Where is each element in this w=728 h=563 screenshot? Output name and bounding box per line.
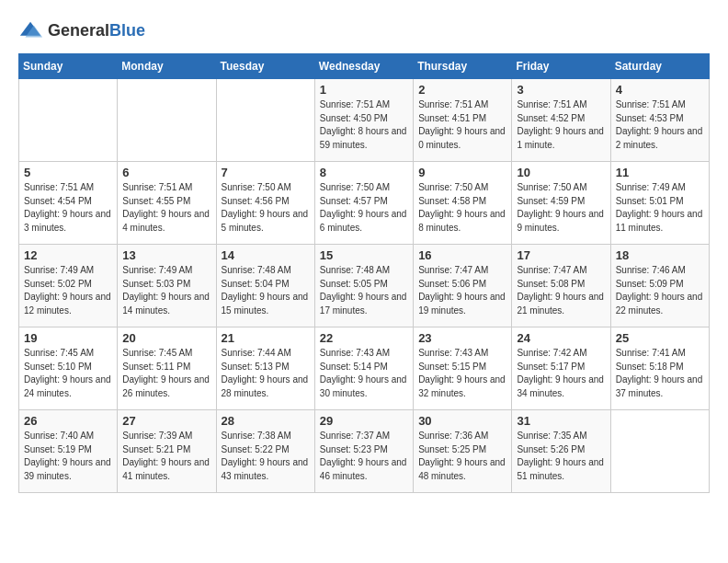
day-number: 29 [320,414,408,428]
calendar-cell [118,79,216,162]
calendar-cell: 10Sunrise: 7:50 AM Sunset: 4:59 PM Dayli… [512,162,610,245]
calendar-week-row: 1Sunrise: 7:51 AM Sunset: 4:50 PM Daylig… [19,79,710,162]
calendar-cell: 24Sunrise: 7:42 AM Sunset: 5:17 PM Dayli… [512,327,610,410]
day-info: Sunrise: 7:51 AM Sunset: 4:54 PM Dayligh… [24,181,112,235]
calendar-cell: 17Sunrise: 7:47 AM Sunset: 5:08 PM Dayli… [512,245,610,327]
day-info: Sunrise: 7:48 AM Sunset: 5:05 PM Dayligh… [320,264,408,317]
day-info: Sunrise: 7:49 AM Sunset: 5:03 PM Dayligh… [122,264,210,317]
day-number: 15 [320,248,408,262]
calendar-cell: 16Sunrise: 7:47 AM Sunset: 5:06 PM Dayli… [414,245,512,327]
calendar-cell: 12Sunrise: 7:49 AM Sunset: 5:02 PM Dayli… [19,245,118,327]
day-info: Sunrise: 7:36 AM Sunset: 5:25 PM Dayligh… [418,430,506,483]
day-info: Sunrise: 7:51 AM Sunset: 4:53 PM Dayligh… [616,98,704,152]
calendar-cell: 4Sunrise: 7:51 AM Sunset: 4:53 PM Daylig… [610,79,709,162]
day-number: 24 [517,331,605,345]
day-info: Sunrise: 7:41 AM Sunset: 5:18 PM Dayligh… [616,347,704,400]
calendar-cell: 14Sunrise: 7:48 AM Sunset: 5:04 PM Dayli… [216,245,314,327]
calendar-cell: 19Sunrise: 7:45 AM Sunset: 5:10 PM Dayli… [19,327,118,410]
day-number: 9 [418,166,506,179]
calendar-cell: 6Sunrise: 7:51 AM Sunset: 4:55 PM Daylig… [118,162,216,245]
calendar-cell [19,79,118,162]
calendar-week-row: 5Sunrise: 7:51 AM Sunset: 4:54 PM Daylig… [19,162,710,245]
calendar-cell: 21Sunrise: 7:44 AM Sunset: 5:13 PM Dayli… [216,327,314,410]
day-number: 1 [320,83,408,97]
day-info: Sunrise: 7:43 AM Sunset: 5:14 PM Dayligh… [320,347,408,400]
day-info: Sunrise: 7:49 AM Sunset: 5:01 PM Dayligh… [616,181,704,235]
day-number: 13 [122,248,210,262]
day-number: 3 [517,83,605,97]
calendar-cell: 5Sunrise: 7:51 AM Sunset: 4:54 PM Daylig… [19,162,118,245]
day-number: 28 [222,414,310,428]
day-number: 30 [418,414,506,428]
day-number: 20 [122,331,210,345]
weekday-header: Monday [118,54,216,79]
day-number: 16 [418,248,506,262]
day-number: 5 [24,166,112,179]
day-number: 2 [418,83,506,97]
day-number: 7 [222,166,310,179]
calendar-cell: 27Sunrise: 7:39 AM Sunset: 5:21 PM Dayli… [118,410,216,493]
day-info: Sunrise: 7:48 AM Sunset: 5:04 PM Dayligh… [222,264,310,317]
day-info: Sunrise: 7:51 AM Sunset: 4:52 PM Dayligh… [517,98,605,152]
day-info: Sunrise: 7:39 AM Sunset: 5:21 PM Dayligh… [122,430,210,483]
calendar-cell: 29Sunrise: 7:37 AM Sunset: 5:23 PM Dayli… [314,410,413,493]
day-info: Sunrise: 7:49 AM Sunset: 5:02 PM Dayligh… [24,264,112,317]
day-number: 26 [24,414,112,428]
day-info: Sunrise: 7:50 AM Sunset: 4:56 PM Dayligh… [222,181,310,235]
calendar-cell: 30Sunrise: 7:36 AM Sunset: 5:25 PM Dayli… [414,410,512,493]
calendar-cell: 20Sunrise: 7:45 AM Sunset: 5:11 PM Dayli… [118,327,216,410]
day-number: 18 [616,248,704,262]
day-number: 4 [616,83,704,97]
calendar-cell: 8Sunrise: 7:50 AM Sunset: 4:57 PM Daylig… [314,162,413,245]
day-info: Sunrise: 7:47 AM Sunset: 5:06 PM Dayligh… [418,264,506,317]
page-header: GeneralBlue [18,18,710,44]
day-info: Sunrise: 7:50 AM Sunset: 4:59 PM Dayligh… [517,181,605,235]
day-number: 14 [222,248,310,262]
logo-text: GeneralBlue [48,22,145,40]
day-info: Sunrise: 7:51 AM Sunset: 4:55 PM Dayligh… [122,181,210,235]
calendar-cell: 26Sunrise: 7:40 AM Sunset: 5:19 PM Dayli… [19,410,118,493]
weekday-header: Sunday [19,54,118,79]
day-info: Sunrise: 7:38 AM Sunset: 5:22 PM Dayligh… [222,430,310,483]
calendar-cell: 13Sunrise: 7:49 AM Sunset: 5:03 PM Dayli… [118,245,216,327]
calendar-cell: 25Sunrise: 7:41 AM Sunset: 5:18 PM Dayli… [610,327,709,410]
day-info: Sunrise: 7:37 AM Sunset: 5:23 PM Dayligh… [320,430,408,483]
calendar-cell: 1Sunrise: 7:51 AM Sunset: 4:50 PM Daylig… [314,79,413,162]
weekday-header: Thursday [414,54,512,79]
day-info: Sunrise: 7:35 AM Sunset: 5:26 PM Dayligh… [517,430,605,483]
day-info: Sunrise: 7:45 AM Sunset: 5:11 PM Dayligh… [122,347,210,400]
weekday-header: Saturday [610,54,709,79]
calendar-week-row: 19Sunrise: 7:45 AM Sunset: 5:10 PM Dayli… [19,327,710,410]
calendar-header: SundayMondayTuesdayWednesdayThursdayFrid… [19,54,710,79]
calendar-cell: 11Sunrise: 7:49 AM Sunset: 5:01 PM Dayli… [610,162,709,245]
calendar-body: 1Sunrise: 7:51 AM Sunset: 4:50 PM Daylig… [19,79,710,493]
day-number: 6 [122,166,210,179]
calendar-cell: 15Sunrise: 7:48 AM Sunset: 5:05 PM Dayli… [314,245,413,327]
calendar-cell: 22Sunrise: 7:43 AM Sunset: 5:14 PM Dayli… [314,327,413,410]
day-number: 17 [517,248,605,262]
day-number: 25 [616,331,704,345]
calendar-table: SundayMondayTuesdayWednesdayThursdayFrid… [18,53,710,493]
calendar-cell: 23Sunrise: 7:43 AM Sunset: 5:15 PM Dayli… [414,327,512,410]
day-number: 31 [517,414,605,428]
day-number: 22 [320,331,408,345]
calendar-cell: 3Sunrise: 7:51 AM Sunset: 4:52 PM Daylig… [512,79,610,162]
day-info: Sunrise: 7:51 AM Sunset: 4:51 PM Dayligh… [418,98,506,152]
day-info: Sunrise: 7:51 AM Sunset: 4:50 PM Dayligh… [320,98,408,152]
day-number: 10 [517,166,605,179]
calendar-cell: 31Sunrise: 7:35 AM Sunset: 5:26 PM Dayli… [512,410,610,493]
day-info: Sunrise: 7:50 AM Sunset: 4:57 PM Dayligh… [320,181,408,235]
weekday-header: Friday [512,54,610,79]
day-number: 19 [24,331,112,345]
logo: GeneralBlue [18,18,145,44]
weekday-header: Wednesday [314,54,413,79]
day-info: Sunrise: 7:42 AM Sunset: 5:17 PM Dayligh… [517,347,605,400]
day-number: 11 [616,166,704,179]
day-number: 12 [24,248,112,262]
day-number: 23 [418,331,506,345]
day-info: Sunrise: 7:46 AM Sunset: 5:09 PM Dayligh… [616,264,704,317]
calendar-cell: 7Sunrise: 7:50 AM Sunset: 4:56 PM Daylig… [216,162,314,245]
calendar-cell [610,410,709,493]
day-info: Sunrise: 7:45 AM Sunset: 5:10 PM Dayligh… [24,347,112,400]
day-number: 8 [320,166,408,179]
